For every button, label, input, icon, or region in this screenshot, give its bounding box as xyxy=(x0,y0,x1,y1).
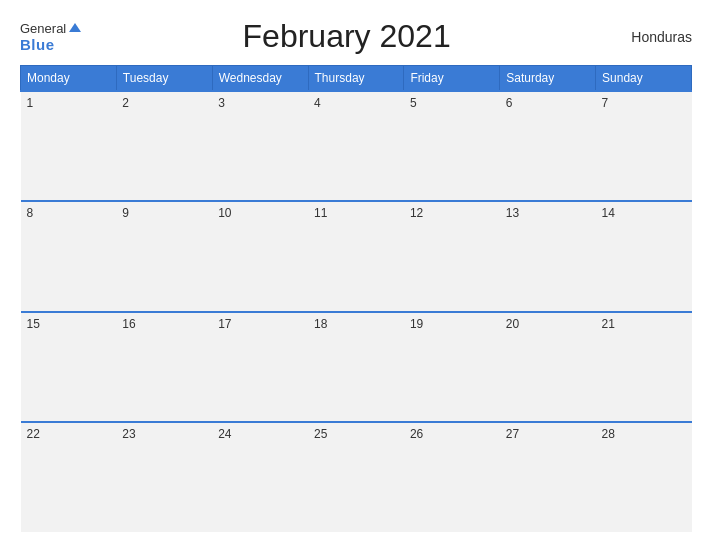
day-number: 12 xyxy=(410,206,494,220)
day-number: 17 xyxy=(218,317,302,331)
day-number: 6 xyxy=(506,96,590,110)
day-number: 5 xyxy=(410,96,494,110)
day-number: 27 xyxy=(506,427,590,441)
calendar-day-cell: 17 xyxy=(212,312,308,422)
calendar-day-cell: 2 xyxy=(116,91,212,201)
day-number: 10 xyxy=(218,206,302,220)
calendar-day-cell: 25 xyxy=(308,422,404,532)
calendar-day-cell: 3 xyxy=(212,91,308,201)
day-number: 11 xyxy=(314,206,398,220)
day-number: 15 xyxy=(27,317,111,331)
calendar-day-cell: 24 xyxy=(212,422,308,532)
page-header: General Blue February 2021 Honduras xyxy=(20,18,692,55)
calendar-day-cell: 1 xyxy=(21,91,117,201)
calendar-week-row: 891011121314 xyxy=(21,201,692,311)
calendar-day-cell: 9 xyxy=(116,201,212,311)
calendar-body: 1234567891011121314151617181920212223242… xyxy=(21,91,692,532)
weekday-header-friday: Friday xyxy=(404,66,500,92)
logo-general: General xyxy=(20,21,66,36)
day-number: 28 xyxy=(602,427,686,441)
day-number: 14 xyxy=(602,206,686,220)
weekday-header-saturday: Saturday xyxy=(500,66,596,92)
day-number: 24 xyxy=(218,427,302,441)
weekday-header-sunday: Sunday xyxy=(596,66,692,92)
calendar-week-row: 1234567 xyxy=(21,91,692,201)
calendar-header: MondayTuesdayWednesdayThursdayFridaySatu… xyxy=(21,66,692,92)
calendar-week-row: 22232425262728 xyxy=(21,422,692,532)
calendar-day-cell: 28 xyxy=(596,422,692,532)
calendar-day-cell: 20 xyxy=(500,312,596,422)
weekday-header-thursday: Thursday xyxy=(308,66,404,92)
calendar-day-cell: 10 xyxy=(212,201,308,311)
calendar-table: MondayTuesdayWednesdayThursdayFridaySatu… xyxy=(20,65,692,532)
calendar-day-cell: 23 xyxy=(116,422,212,532)
calendar-day-cell: 4 xyxy=(308,91,404,201)
day-number: 23 xyxy=(122,427,206,441)
calendar-day-cell: 15 xyxy=(21,312,117,422)
day-number: 16 xyxy=(122,317,206,331)
day-number: 25 xyxy=(314,427,398,441)
day-number: 1 xyxy=(27,96,111,110)
calendar-day-cell: 12 xyxy=(404,201,500,311)
day-number: 3 xyxy=(218,96,302,110)
day-number: 19 xyxy=(410,317,494,331)
weekday-header-monday: Monday xyxy=(21,66,117,92)
logo: General Blue xyxy=(20,21,81,53)
calendar-day-cell: 19 xyxy=(404,312,500,422)
calendar-day-cell: 5 xyxy=(404,91,500,201)
day-number: 2 xyxy=(122,96,206,110)
day-number: 18 xyxy=(314,317,398,331)
calendar-day-cell: 16 xyxy=(116,312,212,422)
calendar-day-cell: 21 xyxy=(596,312,692,422)
calendar-title: February 2021 xyxy=(243,18,451,55)
calendar-day-cell: 22 xyxy=(21,422,117,532)
day-number: 21 xyxy=(602,317,686,331)
weekday-header-tuesday: Tuesday xyxy=(116,66,212,92)
calendar-day-cell: 7 xyxy=(596,91,692,201)
day-number: 9 xyxy=(122,206,206,220)
calendar-day-cell: 18 xyxy=(308,312,404,422)
calendar-day-cell: 6 xyxy=(500,91,596,201)
day-number: 4 xyxy=(314,96,398,110)
day-number: 7 xyxy=(602,96,686,110)
calendar-day-cell: 27 xyxy=(500,422,596,532)
weekday-header-wednesday: Wednesday xyxy=(212,66,308,92)
calendar-day-cell: 14 xyxy=(596,201,692,311)
day-number: 20 xyxy=(506,317,590,331)
day-number: 26 xyxy=(410,427,494,441)
calendar-week-row: 15161718192021 xyxy=(21,312,692,422)
country-label: Honduras xyxy=(612,29,692,45)
calendar-day-cell: 26 xyxy=(404,422,500,532)
logo-blue: Blue xyxy=(20,36,55,53)
logo-triangle-icon xyxy=(69,23,81,32)
calendar-day-cell: 11 xyxy=(308,201,404,311)
day-number: 13 xyxy=(506,206,590,220)
day-number: 22 xyxy=(27,427,111,441)
calendar-day-cell: 8 xyxy=(21,201,117,311)
calendar-day-cell: 13 xyxy=(500,201,596,311)
weekday-header-row: MondayTuesdayWednesdayThursdayFridaySatu… xyxy=(21,66,692,92)
day-number: 8 xyxy=(27,206,111,220)
